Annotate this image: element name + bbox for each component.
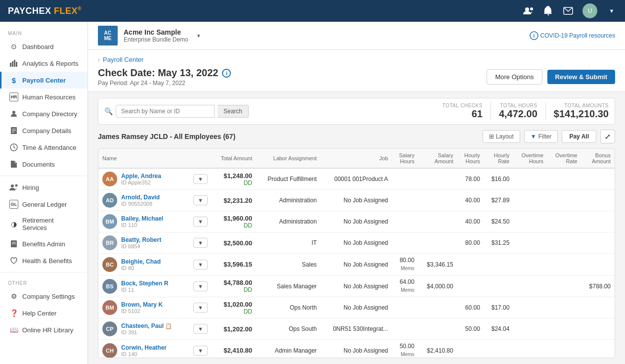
employee-dropdown-button[interactable]: ▼ xyxy=(193,303,208,313)
pay-all-button[interactable]: Pay All xyxy=(562,130,596,143)
sidebar-item-documents[interactable]: Documents xyxy=(0,156,88,173)
sidebar-item-time[interactable]: Time & Attendance xyxy=(0,139,88,156)
total-amount-cell: $1,960.00DD xyxy=(212,211,256,232)
labor-assignment-cell: Admin Manager xyxy=(256,340,321,358)
breadcrumb-parent[interactable]: Payroll Center xyxy=(103,56,143,63)
salary-hours-cell xyxy=(392,211,418,232)
labor-assignment-cell: Sales Manager xyxy=(256,275,321,297)
sidebar-item-hr-library[interactable]: 📖 Online HR Library xyxy=(0,321,88,338)
employee-name-link[interactable]: Brown, Mary K xyxy=(121,301,163,308)
sidebar-item-help[interactable]: ❓ Help Center xyxy=(0,305,88,321)
employee-dropdown-button[interactable]: ▼ xyxy=(193,346,208,356)
employee-avatar: AA xyxy=(102,172,117,186)
sidebar-item-label: Health & Benefits xyxy=(22,257,72,265)
salary-hours-value: 50.00Memo xyxy=(396,343,414,358)
sidebar-item-benefits-admin[interactable]: Benefits Admin xyxy=(0,235,88,252)
sidebar-item-ledger[interactable]: GL General Ledger xyxy=(0,196,88,213)
expand-button[interactable]: ⤢ xyxy=(600,130,615,143)
sidebar-item-analytics[interactable]: Analytics & Reports xyxy=(0,55,88,72)
review-submit-button[interactable]: Review & Submit xyxy=(547,70,615,84)
covid-link-text: COVID-19 Payroll resources xyxy=(540,32,615,39)
sidebar-item-settings[interactable]: ⚙ Company Settings xyxy=(0,288,88,305)
hiring-icon xyxy=(9,183,18,192)
employee-dropdown-button[interactable]: ▼ xyxy=(193,195,208,205)
employee-name-link[interactable]: Chasteen, Paul 📋 xyxy=(121,322,172,329)
bonus-amount-cell xyxy=(581,211,615,232)
hourly-rate-cell: $24.50 xyxy=(484,211,514,232)
employee-avatar: BS xyxy=(102,279,117,294)
employee-name-link[interactable]: Bailey, Michael xyxy=(121,215,163,222)
salary-hours-cell: 64.00Memo xyxy=(392,275,418,297)
table-row: AA Apple, Andrea ID Apple352 ▼$1,248.00D… xyxy=(98,168,615,190)
employee-name-link[interactable]: Corwin, Heather xyxy=(121,344,167,351)
employee-name-link[interactable]: Arnold, David xyxy=(121,194,160,201)
sidebar-item-hiring[interactable]: Hiring xyxy=(0,179,88,196)
labor-assignment-cell: Administration xyxy=(256,190,321,211)
overtime-rate-cell xyxy=(547,190,581,211)
overtime-rate-cell xyxy=(547,318,581,340)
check-date-info-icon[interactable]: i xyxy=(222,69,231,78)
covid-link[interactable]: i COVID-19 Payroll resources xyxy=(530,31,615,40)
employee-avatar: BM xyxy=(102,214,117,229)
total-hours-label: TOTAL HOURS xyxy=(499,103,537,108)
sidebar-item-payroll[interactable]: $ Payroll Center xyxy=(0,72,88,89)
total-amounts-label: TOTAL AMOUNTS xyxy=(554,103,609,108)
employee-name-cell: CH Corwin, Heather ID 140 xyxy=(98,340,186,358)
search-button[interactable]: Search xyxy=(218,105,249,118)
bonus-amount-cell xyxy=(581,254,615,275)
bonus-amount-cell xyxy=(581,168,615,190)
employee-name-link[interactable]: Apple, Andrea xyxy=(121,173,161,180)
filter-icon: ▼ xyxy=(531,133,536,140)
employee-dropdown-button[interactable]: ▼ xyxy=(193,174,208,184)
sidebar-item-label: Dashboard xyxy=(22,43,54,50)
more-options-button[interactable]: More Options xyxy=(487,69,542,85)
employee-dropdown-button[interactable]: ▼ xyxy=(193,281,208,291)
mail-icon[interactable] xyxy=(563,5,574,16)
svg-point-0 xyxy=(525,7,529,11)
hourly-hours-cell: 40.00 xyxy=(457,211,484,232)
employee-name-link[interactable]: Beighie, Chad xyxy=(121,258,161,265)
search-input[interactable] xyxy=(116,105,215,118)
sidebar-item-hr[interactable]: HR Human Resources xyxy=(0,89,88,105)
labor-assignment-cell: Ops South xyxy=(256,318,321,340)
bonus-amount-cell xyxy=(581,190,615,211)
employee-action-cell: ▼ xyxy=(186,297,212,318)
employee-dropdown-button[interactable]: ▼ xyxy=(193,217,208,227)
sidebar-item-retirement[interactable]: ◑ Retirement Services xyxy=(0,213,88,235)
search-icon: 🔍 xyxy=(104,107,113,115)
employee-dropdown-button[interactable]: ▼ xyxy=(193,324,208,334)
dd-label: DD xyxy=(216,222,252,229)
amount-main: $3,596.15 xyxy=(216,261,252,268)
sidebar-item-label: General Ledger xyxy=(22,201,67,208)
total-amount-cell: $3,596.15 xyxy=(212,254,256,275)
employee-name-link[interactable]: Beatty, Robert xyxy=(121,236,161,243)
svg-rect-5 xyxy=(14,60,15,67)
chevron-down-icon[interactable]: ▼ xyxy=(606,5,617,16)
employee-dropdown-button[interactable]: ▼ xyxy=(193,238,208,248)
user-avatar[interactable]: U xyxy=(582,3,597,18)
memo-label: Memo xyxy=(401,266,414,271)
labor-assignment-cell: Product Fulfillment xyxy=(256,168,321,190)
amount-main: $1,202.00 xyxy=(216,325,252,333)
overtime-hours-cell xyxy=(513,318,547,340)
sidebar-item-directory[interactable]: Company Directory xyxy=(0,105,88,122)
sidebar-item-health[interactable]: Health & Benefits xyxy=(0,252,88,269)
layout-button[interactable]: ⊞ Layout xyxy=(483,130,520,143)
table-row: AD Arnold, David ID 90552008 ▼$2,231.20A… xyxy=(98,190,615,211)
overtime-hours-cell xyxy=(513,211,547,232)
health-icon xyxy=(9,256,18,265)
sidebar-item-label: Benefits Admin xyxy=(22,240,65,248)
sidebar-item-company-details[interactable]: Company Details xyxy=(0,122,88,139)
employee-name-cell: BM Bailey, Michael ID 110 xyxy=(98,211,186,232)
paychex-logo: PAYCHEX FLEX® xyxy=(8,6,82,16)
hourly-hours-cell: 78.00 xyxy=(457,168,484,190)
employee-dropdown-button[interactable]: ▼ xyxy=(193,260,208,270)
users-icon[interactable] xyxy=(523,5,534,16)
sidebar-item-dashboard[interactable]: ⊙ Dashboard xyxy=(0,38,88,55)
company-dropdown-icon[interactable]: ▼ xyxy=(196,33,201,39)
notification-icon[interactable] xyxy=(543,5,554,16)
breadcrumb: ‹ Payroll Center xyxy=(98,56,615,63)
total-checks-value: 61 xyxy=(443,108,483,120)
employee-name-link[interactable]: Bock, Stephen R xyxy=(121,280,168,287)
filter-button[interactable]: ▼ Filter xyxy=(524,130,558,143)
